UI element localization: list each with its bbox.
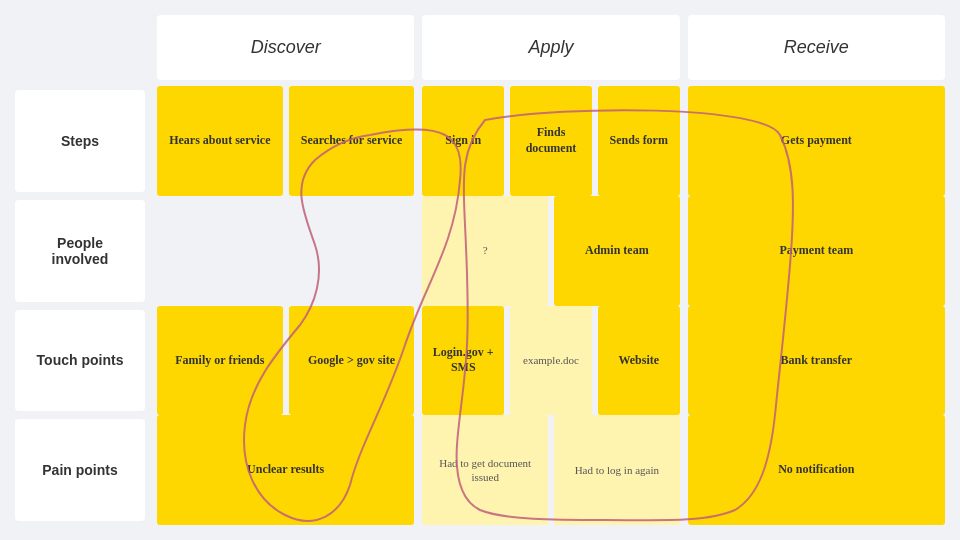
sticky-unclear: Unclear results [157,415,414,525]
row-labels: Steps People involved Touch points Pain … [15,15,145,525]
sticky-signin: Sign in [422,86,504,196]
touch-discover: Family or friends Google > gov site [157,306,414,416]
people-discover [157,196,414,306]
sticky-sends: Sends form [598,86,680,196]
row-label-steps: Steps [15,90,145,192]
sticky-google: Google > gov site [289,306,415,416]
touch-apply: Login.gov + SMS example.doc Website [422,306,679,416]
sticky-had-log: Had to log in again [554,415,680,525]
touch-receive: Bank transfer [688,306,945,416]
steps-discover: Hears about service Searches for service [157,86,414,196]
sticky-admin: Admin team [554,196,680,306]
phase-receive: Receive [688,15,945,80]
journey-map: Steps People involved Touch points Pain … [5,5,955,535]
row-label-touch: Touch points [15,310,145,412]
pain-apply: Had to get document issued Had to log in… [422,415,679,525]
phase-headers: Discover Apply Receive [157,15,945,80]
steps-row: Hears about service Searches for service… [157,86,945,196]
sticky-exampledoc: example.doc [510,306,592,416]
sticky-payment-team: Payment team [688,196,945,306]
sticky-website: Website [598,306,680,416]
sticky-searches: Searches for service [289,86,415,196]
sticky-family: Family or friends [157,306,283,416]
sticky-bank: Bank transfer [688,306,945,416]
phase-discover: Discover [157,15,414,80]
sticky-gets-payment: Gets payment [688,86,945,196]
people-receive: Payment team [688,196,945,306]
sticky-no-notif: No notification [688,415,945,525]
people-apply: ? Admin team [422,196,679,306]
row-label-people: People involved [15,200,145,302]
sticky-logingov: Login.gov + SMS [422,306,504,416]
phase-apply: Apply [422,15,679,80]
steps-receive: Gets payment [688,86,945,196]
pain-row: Unclear results Had to get document issu… [157,415,945,525]
pain-discover: Unclear results [157,415,414,525]
row-label-pain: Pain points [15,419,145,521]
main-content: Discover Apply Receive Hears about servi… [157,15,945,525]
people-row: ? Admin team Payment team [157,196,945,306]
sticky-question: ? [422,196,548,306]
touch-row: Family or friends Google > gov site Logi… [157,306,945,416]
pain-receive: No notification [688,415,945,525]
sticky-had-get: Had to get document issued [422,415,548,525]
sticky-finds: Finds document [510,86,592,196]
sticky-hears: Hears about service [157,86,283,196]
steps-apply: Sign in Finds document Sends form [422,86,679,196]
